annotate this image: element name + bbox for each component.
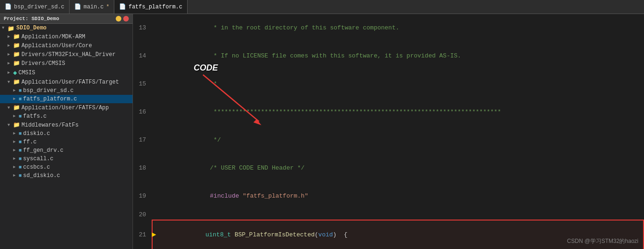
tree-label-fatfs-platform: fatfs_platform.c	[23, 96, 77, 102]
tree-app-mdk[interactable]: ► 📁 Application/MDK-ARM	[0, 32, 133, 41]
tree-label-stm32: Drivers/STM32F1xx_HAL_Driver	[21, 51, 116, 58]
tree-sd-diskio[interactable]: ► ■ sd_diskio.c	[0, 171, 133, 180]
tree-root[interactable]: ▼ 📁 SDIO_Demo	[0, 24, 133, 32]
tab-bar: 📄 bsp_driver_sd.c 📄 main.c * 📄 fatfs_pla…	[0, 0, 644, 14]
file-icon-ff-c: ■	[19, 139, 22, 145]
tree-label-middlewares: Middlewares/FatFs	[21, 122, 78, 128]
tree-app-fatfs-target[interactable]: ▼ 📁 Application/User/FATFS/Target	[0, 78, 133, 86]
cmsis-icon: ◆	[13, 69, 17, 77]
tree-middlewares-fatfs[interactable]: ▼ 📁 Middlewares/FatFs	[0, 121, 133, 129]
arrow-diskio: ►	[13, 131, 19, 136]
arrow-syscall: ►	[13, 157, 19, 161]
tree-label-bsp: bsp_driver_sd.c	[23, 87, 74, 94]
tab-modified-main: *	[106, 4, 109, 10]
line-content-14: * If no LICENSE file comes with this sof…	[152, 42, 644, 70]
code-line-13: 13 * in the root directory of this softw…	[133, 14, 644, 42]
arrow-drv-cmsis: ►	[7, 61, 13, 66]
tree-label-fatfs-target: Application/User/FATFS/Target	[21, 79, 119, 85]
tab-icon-fatfs: 📄	[119, 3, 126, 10]
tree-ccsbcs[interactable]: ► ■ ccsbcs.c	[0, 163, 133, 171]
project-label: Project: SDIO_Demo	[4, 16, 59, 21]
tree-cmsis[interactable]: ► ◆ CMSIS	[0, 68, 133, 78]
code-container[interactable]: 13 * in the root directory of this softw…	[133, 14, 644, 249]
folder-icon-user-core: 📁	[13, 42, 20, 49]
line-content-17: */	[152, 126, 644, 154]
code-line-19: 19 #include "fatfs_platform.h"	[133, 182, 644, 210]
folder-icon-middlewares: 📁	[13, 121, 20, 128]
tree-app-fatfs-app[interactable]: ▼ 📁 Application/User/FATFS/App	[0, 103, 133, 112]
folder-icon-cmsis-drv: 📁	[13, 60, 20, 67]
tree-label-cmsis-drv: Drivers/CMSIS	[21, 60, 65, 67]
tab-fatfs-platform[interactable]: 📄 fatfs_platform.c	[114, 0, 187, 14]
line-content-15: *	[152, 70, 644, 98]
code-line-16: 16 *************************************…	[133, 98, 644, 126]
tree-label-cmsis: CMSIS	[18, 70, 35, 76]
arrow-drv-stm32: ►	[7, 52, 13, 57]
tree-label-fatfs-app: Application/User/FATFS/App	[21, 105, 109, 111]
tab-main[interactable]: 📄 main.c *	[70, 0, 114, 14]
file-icon-ccsbcs: ■	[19, 164, 22, 170]
line-num-16: 16	[133, 107, 152, 117]
tree-label-fatfs-c: fatfs.c	[23, 113, 47, 120]
tree-drv-stm32[interactable]: ► 📁 Drivers/STM32F1xx_HAL_Driver	[0, 50, 133, 59]
arrow-middlewares: ▼	[7, 123, 13, 128]
arrow-ff-c: ►	[13, 140, 19, 144]
folder-icon-fatfs-app: 📁	[13, 104, 20, 111]
tree-label-ccsbcs: ccsbcs.c	[23, 164, 50, 171]
tree-app-user-core[interactable]: ► 📁 Application/User/Core	[0, 41, 133, 50]
line-num-17: 17	[133, 135, 152, 145]
tree-label-ff-gen-drv: ff_gen_drv.c	[23, 147, 63, 154]
folder-icon-stm32: 📁	[13, 51, 20, 58]
sidebar: Project: SDIO_Demo ▼ 📁 SDIO_Demo ► 📁 App…	[0, 14, 133, 249]
code-line-15: 15 *	[133, 70, 644, 98]
tree-fatfs-platform[interactable]: ► ■ fatfs_platform.c	[0, 95, 133, 103]
code-line-17: 17 */	[133, 126, 644, 154]
close-btn[interactable]	[123, 16, 129, 21]
tab-label-bsp: bsp_driver_sd.c	[14, 4, 64, 10]
arrow-sd-diskio: ►	[13, 173, 19, 178]
line-num-21: 21	[133, 230, 152, 240]
arrow-ccsbcs: ►	[13, 165, 19, 170]
tree-label-user-core: Application/User/Core	[21, 43, 92, 49]
folder-icon-root: 📁	[7, 25, 15, 31]
code-line-20: 20	[133, 210, 644, 220]
folder-icon-fatfs-target: 📁	[13, 78, 20, 85]
tree-diskio[interactable]: ► ■ diskio.c	[0, 129, 133, 138]
tab-icon-main: 📄	[74, 3, 81, 10]
tree-label-syscall: syscall.c	[23, 156, 54, 162]
arrow-root: ▼	[2, 26, 7, 30]
arrow-app-user-core: ►	[7, 43, 13, 48]
tree-fatfs-c[interactable]: ► ■ fatfs.c	[0, 112, 133, 121]
line-num-20: 20	[133, 210, 152, 220]
tree-label-mdk: Application/MDK-ARM	[21, 34, 85, 40]
arrow-bsp: ►	[13, 88, 19, 93]
tab-icon-bsp: 📄	[5, 3, 12, 10]
code-line-18: 18 /* USER CODE END Header */	[133, 154, 644, 182]
line-num-14: 14	[133, 51, 152, 61]
tree-ff-gen-drv[interactable]: ► ■ ff_gen_drv.c	[0, 146, 133, 155]
line-content-19: #include "fatfs_platform.h"	[152, 182, 644, 210]
tree-bsp-driver-sd[interactable]: ► ■ bsp_driver_sd.c	[0, 86, 133, 95]
line-num-19: 19	[133, 192, 152, 201]
arrow-ff-gen-drv: ►	[13, 148, 19, 153]
tree-drv-cmsis[interactable]: ► 📁 Drivers/CMSIS	[0, 59, 133, 68]
line-num-18: 18	[133, 164, 152, 173]
watermark: CSDN @学习STM32的haozi	[567, 237, 638, 245]
file-icon-bsp: ■	[19, 88, 22, 93]
file-icon-fatfs-platform: ■	[19, 96, 22, 102]
tree-label-sd-diskio: sd_diskio.c	[23, 172, 60, 179]
tree-ff-c[interactable]: ► ■ ff.c	[0, 138, 133, 146]
arrow-fatfs-app: ▼	[7, 106, 13, 110]
tab-bsp-driver-sd[interactable]: 📄 bsp_driver_sd.c	[0, 0, 70, 14]
arrow-cmsis: ►	[7, 71, 13, 75]
minimize-btn[interactable]	[116, 16, 121, 21]
tab-label-fatfs: fatfs_platform.c	[128, 4, 182, 10]
code-line-14: 14 * If no LICENSE file comes with this …	[133, 42, 644, 70]
file-icon-diskio: ■	[19, 131, 22, 136]
debug-arrow: ►	[152, 230, 156, 240]
tree-syscall[interactable]: ► ■ syscall.c	[0, 155, 133, 163]
file-icon-sd-diskio: ■	[19, 173, 22, 178]
file-icon-syscall: ■	[19, 156, 22, 162]
arrow-fatfs-platform: ►	[13, 97, 19, 101]
editor-area: 13 * in the root directory of this softw…	[133, 14, 644, 249]
